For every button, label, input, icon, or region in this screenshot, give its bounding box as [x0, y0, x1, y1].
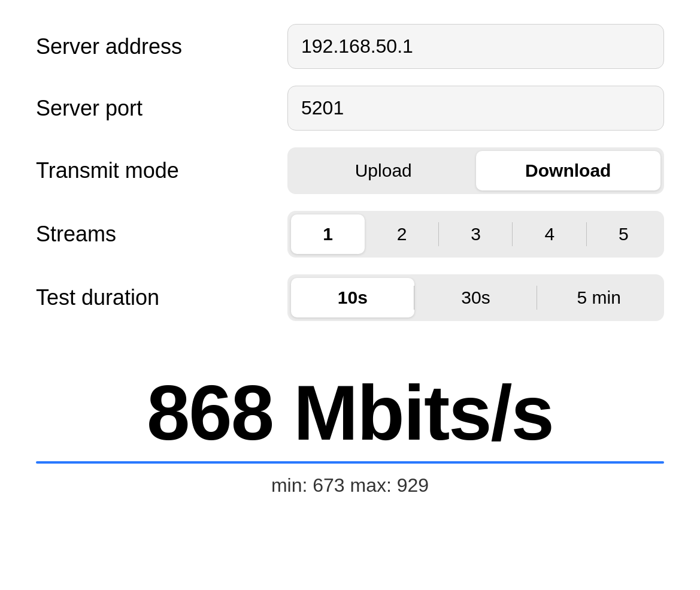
streams-1-button[interactable]: 1 [291, 214, 365, 254]
transmit-mode-segment: Upload Download [287, 147, 664, 194]
streams-4-button[interactable]: 4 [513, 214, 586, 254]
test-duration-control: 10s 30s 5 min [287, 274, 664, 321]
result-speed: 868 Mbits/s [147, 374, 553, 452]
duration-30s-button[interactable]: 30s [414, 278, 538, 317]
transmit-upload-button[interactable]: Upload [291, 151, 476, 190]
server-port-control [287, 86, 664, 131]
server-address-input[interactable] [287, 24, 664, 69]
streams-segment: 1 2 3 4 5 [287, 211, 664, 258]
test-duration-label: Test duration [36, 285, 287, 310]
server-address-control [287, 24, 664, 69]
server-port-input[interactable] [287, 86, 664, 131]
transmit-download-button[interactable]: Download [476, 151, 661, 190]
server-port-row: Server port [36, 86, 664, 131]
streams-3-button[interactable]: 3 [439, 214, 513, 254]
transmit-mode-control: Upload Download [287, 147, 664, 194]
duration-10s-button[interactable]: 10s [291, 278, 414, 317]
duration-5min-button[interactable]: 5 min [537, 278, 660, 317]
result-section: 868 Mbits/s min: 673 max: 929 [36, 374, 664, 497]
server-address-row: Server address [36, 24, 664, 69]
streams-2-button[interactable]: 2 [365, 214, 438, 254]
streams-label: Streams [36, 222, 287, 247]
result-stats: min: 673 max: 929 [271, 474, 429, 497]
streams-5-button[interactable]: 5 [587, 214, 660, 254]
result-bar [36, 461, 664, 464]
transmit-mode-row: Transmit mode Upload Download [36, 147, 664, 194]
streams-control: 1 2 3 4 5 [287, 211, 664, 258]
duration-segment: 10s 30s 5 min [287, 274, 664, 321]
server-address-label: Server address [36, 34, 287, 59]
transmit-mode-label: Transmit mode [36, 158, 287, 183]
test-duration-row: Test duration 10s 30s 5 min [36, 274, 664, 321]
server-port-label: Server port [36, 96, 287, 121]
form-container: Server address Server port Transmit mode… [36, 24, 664, 338]
streams-row: Streams 1 2 3 4 5 [36, 211, 664, 258]
